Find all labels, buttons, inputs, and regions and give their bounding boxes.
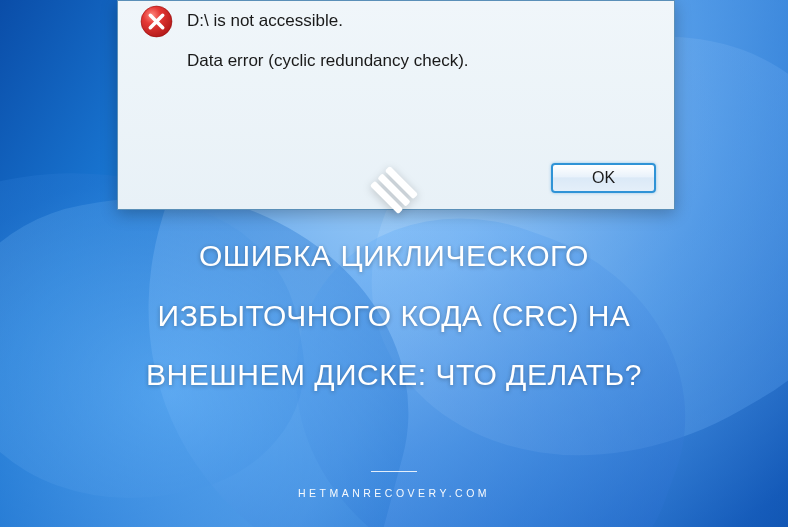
- headline-line2: ИЗБЫТОЧНОГО КОДА (CRC) НА: [40, 288, 748, 344]
- brand-logo-icon: [362, 158, 426, 222]
- headline-line1: ОШИБКА ЦИКЛИЧЕСКОГО: [40, 228, 748, 284]
- headline-text: ОШИБКА ЦИКЛИЧЕСКОГО ИЗБЫТОЧНОГО КОДА (CR…: [0, 228, 788, 403]
- error-icon: [140, 5, 173, 38]
- footer-text: HETMANRECOVERY.COM: [0, 487, 788, 499]
- dialog-message-line1: D:\ is not accessible.: [187, 11, 656, 31]
- ok-button[interactable]: OK: [551, 163, 656, 193]
- dialog-message-line2: Data error (cyclic redundancy check).: [187, 51, 656, 71]
- headline-line3: ВНЕШНЕМ ДИСКЕ: ЧТО ДЕЛАТЬ?: [40, 347, 748, 403]
- footer-divider: [371, 471, 417, 472]
